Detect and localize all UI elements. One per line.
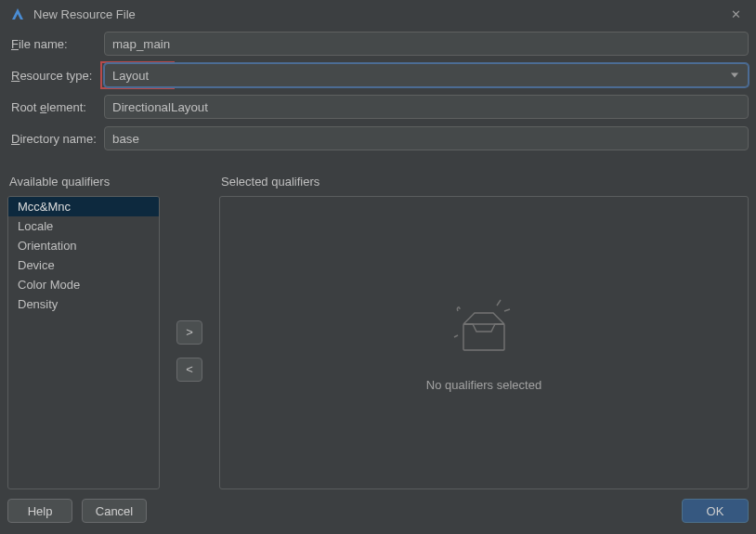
transfer-buttons: > <	[175, 175, 204, 489]
available-listbox[interactable]: Mcc&Mnc Locale Orientation Device Color …	[7, 196, 160, 489]
available-column: Available qualifiers Mcc&Mnc Locale Orie…	[7, 175, 160, 489]
list-item[interactable]: Color Mode	[8, 275, 159, 294]
titlebar: New Resource File ✕	[0, 0, 756, 28]
ok-button[interactable]: OK	[682, 499, 749, 523]
list-item[interactable]: Locale	[8, 216, 159, 236]
empty-box-icon	[447, 294, 521, 359]
resource-type-select[interactable]: Layout	[104, 63, 749, 87]
row-file-name: File name:	[7, 32, 749, 56]
list-item[interactable]: Orientation	[8, 236, 159, 255]
dialog-footer: Help Cancel OK	[0, 493, 756, 534]
row-directory-name: Directory name:	[7, 126, 749, 150]
resource-type-value: Layout	[112, 69, 149, 83]
help-button[interactable]: Help	[7, 499, 72, 523]
dialog-title: New Resource File	[33, 7, 724, 21]
svg-rect-0	[463, 324, 504, 350]
selected-panel: No qualifiers selected	[219, 196, 749, 489]
selected-column: Selected qualifiers No qualifiers select…	[219, 175, 749, 489]
remove-qualifier-button[interactable]: <	[176, 358, 202, 382]
app-icon	[9, 6, 26, 22]
row-root-element: Root element:	[7, 95, 749, 119]
form-area: File name: Resource type: Layout Root el…	[0, 28, 756, 158]
qualifiers-area: Available qualifiers Mcc&Mnc Locale Orie…	[0, 158, 756, 493]
add-qualifier-button[interactable]: >	[176, 320, 202, 345]
chevron-down-icon	[731, 73, 738, 78]
directory-name-label: Directory name:	[7, 132, 104, 146]
directory-name-input[interactable]	[104, 126, 749, 150]
list-item[interactable]: Density	[8, 294, 159, 314]
list-item[interactable]: Mcc&Mnc	[8, 197, 159, 216]
row-resource-type: Resource type: Layout	[7, 63, 749, 87]
close-icon[interactable]: ✕	[724, 7, 747, 21]
selected-header: Selected qualifiers	[219, 175, 749, 189]
root-element-input[interactable]	[104, 95, 749, 119]
available-header: Available qualifiers	[7, 175, 160, 189]
empty-state-text: No qualifiers selected	[426, 378, 541, 392]
resource-type-label: Resource type:	[7, 69, 104, 83]
list-item[interactable]: Device	[8, 255, 159, 275]
file-name-input[interactable]	[104, 32, 749, 56]
cancel-button[interactable]: Cancel	[82, 499, 147, 523]
file-name-label: File name:	[7, 37, 104, 51]
root-element-label: Root element:	[7, 100, 104, 114]
